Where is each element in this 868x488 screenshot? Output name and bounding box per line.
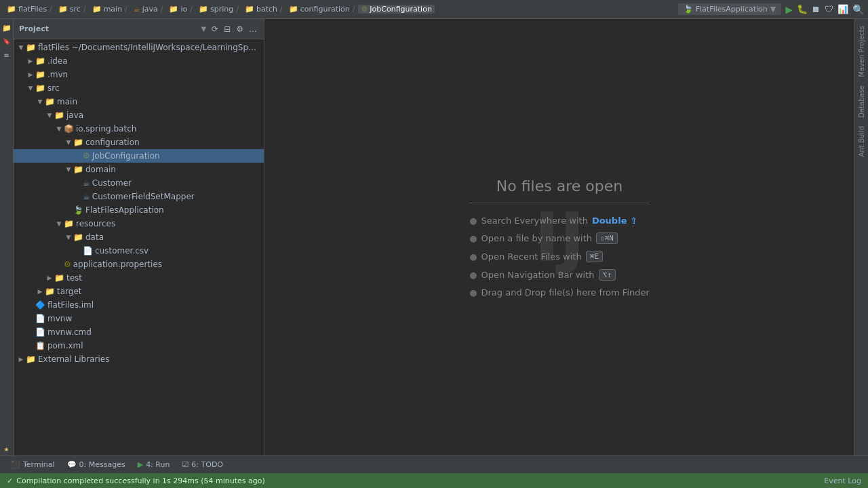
panel-header: Project ▼ ⟳ ⊟ ⚙ … [14, 19, 264, 39]
tree-icon-customer-csv: 📄 [83, 246, 93, 256]
tree-label-target: target [57, 287, 82, 296]
bottom-tab-todo[interactable]: ☑6: TODO [176, 459, 229, 470]
tree-item-io-spring-batch[interactable]: ▼📦io.spring.batch [14, 122, 264, 136]
run-config-selector[interactable]: 🍃 FlatFilesApplication ▼ [678, 3, 782, 15]
tree-item-configuration[interactable]: ▼📁configuration [14, 136, 264, 149]
tree-item-External-Libraries[interactable]: ▶📁External Libraries [14, 352, 264, 366]
stop-button[interactable]: ⏹ [812, 4, 821, 14]
tree-icon-application-properties: ⚙ [64, 260, 71, 269]
debug-button[interactable]: 🐛 [797, 4, 808, 14]
tree-item-data[interactable]: ▼📁data [14, 230, 264, 244]
tree-item-application-properties[interactable]: ⚙application.properties [14, 258, 264, 271]
breadcrumb-tabs: 📁 flatFiles / 📁 src / 📁 main / ☕ java / … [4, 5, 678, 14]
tree-item-resources[interactable]: ▼📁resources [14, 217, 264, 230]
bc-io[interactable]: 📁 io / [166, 5, 196, 14]
tree-icon-idea: 📁 [35, 56, 45, 66]
panel-collapse-button[interactable]: ⊟ [222, 24, 232, 35]
tree-item-java[interactable]: ▼📁java [14, 108, 264, 122]
profile-button[interactable]: 📊 [837, 4, 848, 14]
tree-item-pom-xml[interactable]: 📋pom.xml [14, 339, 264, 352]
no-files-title: No files are open [469, 178, 650, 203]
tree-item-Customer[interactable]: ☕Customer [14, 176, 264, 190]
search-everywhere-button[interactable]: 🔍 [852, 4, 864, 15]
tree-icon-domain: 📁 [73, 165, 83, 174]
tree-item-CustomerFieldSetMapper[interactable]: ☕CustomerFieldSetMapper [14, 190, 264, 203]
right-panel-maven[interactable]: Maven Projects [856, 22, 867, 81]
panel-settings-button[interactable]: ⚙ [235, 24, 245, 35]
tree-item-src[interactable]: ▼📁src [14, 81, 264, 95]
tree-item-customer-csv[interactable]: 📄customer.csv [14, 244, 264, 258]
bc-configuration[interactable]: 📁 configuration / [286, 5, 359, 14]
right-panel-database[interactable]: Database [856, 81, 867, 122]
bc-jobconfiguration[interactable]: ⚙ JobConfiguration [358, 5, 434, 14]
tree-item-mvnw[interactable]: 📄mvnw [14, 312, 264, 325]
tree-arrow-configuration: ▼ [64, 139, 73, 146]
tree-icon-mvnw: 📄 [35, 314, 45, 323]
tree-arrow-src: ▼ [26, 85, 35, 92]
bottom-tab-terminal[interactable]: ⬛Terminal [5, 459, 60, 470]
tree-item-idea[interactable]: ▶📁.idea [14, 54, 264, 68]
tree-label-pom-xml: pom.xml [47, 341, 83, 350]
app-icon: 🍃 [684, 5, 693, 14]
tree-icon-mvn: 📁 [35, 70, 45, 79]
bottom-tab-run[interactable]: ▶4: Run [132, 459, 176, 470]
tree-item-flatFiles-root[interactable]: ▼📁flatFiles ~/Documents/IntelliJWorkspac… [14, 41, 264, 54]
panel-dropdown-icon[interactable]: ▼ [201, 25, 206, 33]
tree-icon-test: 📁 [54, 273, 64, 283]
tree-icon-pom-xml: 📋 [35, 341, 45, 350]
sidebar-favorites-icon[interactable]: ★ [1, 443, 13, 455]
tree-arrow-idea: ▶ [26, 58, 35, 64]
hint-item-1: ●Open a file by name with ⇧⌘N [469, 232, 650, 244]
tree-arrow-target: ▶ [35, 288, 45, 295]
run-button[interactable]: ▶ [785, 4, 793, 15]
tree-item-domain[interactable]: ▼📁domain [14, 163, 264, 176]
tree-icon-resources: 📁 [64, 219, 74, 228]
tree-arrow-main: ▼ [35, 98, 45, 105]
sidebar-project-icon[interactable]: 📁 [1, 22, 13, 34]
hint-item-0: ●Search Everywhere with Double ⇧ [469, 216, 650, 226]
tree-icon-target: 📁 [45, 287, 55, 296]
tree-label-io-spring-batch: io.spring.batch [76, 124, 136, 134]
bc-java[interactable]: ☕ java / [131, 5, 167, 14]
panel-more-button[interactable]: … [248, 24, 258, 35]
hint-item-2: ●Open Recent Files with ⌘E [469, 251, 650, 262]
sidebar-structure-icon[interactable]: ≡ [1, 49, 13, 61]
bc-batch[interactable]: 📁 batch / [242, 5, 286, 14]
tree-label-main: main [57, 97, 77, 106]
tree-icon-src: 📁 [35, 83, 45, 93]
bc-src[interactable]: 📁 src / [56, 5, 90, 14]
bc-label-java: java [142, 5, 158, 14]
panel-sync-button[interactable]: ⟳ [210, 24, 220, 35]
tree-item-mvnw-cmd[interactable]: 📄mvnw.cmd [14, 325, 264, 339]
bottom-bar: ⬛Terminal💬0: Messages▶4: Run☑6: TODO [0, 455, 868, 473]
right-panel-ant[interactable]: Ant Build [856, 122, 867, 161]
tree-arrow-io-spring-batch: ▼ [54, 125, 64, 132]
tree-icon-JobConfiguration: ⚙ [83, 151, 90, 161]
tree-label-idea: .idea [47, 56, 68, 66]
tree-arrow-domain: ▼ [64, 166, 73, 173]
sidebar-bookmark-icon[interactable]: 🔖 [1, 35, 13, 47]
event-log-link[interactable]: Event Log [824, 476, 861, 485]
tree-item-JobConfiguration[interactable]: ⚙JobConfiguration [14, 149, 264, 163]
bc-spring[interactable]: 📁 spring / [196, 5, 242, 14]
tree-icon-External-Libraries: 📁 [26, 354, 36, 364]
bc-main[interactable]: 📁 main / [90, 5, 131, 14]
tree-item-main[interactable]: ▼📁main [14, 95, 264, 108]
project-panel: Project ▼ ⟳ ⊟ ⚙ … ▼📁flatFiles ~/Document… [14, 19, 264, 455]
bc-flatFiles[interactable]: 📁 flatFiles / [4, 5, 56, 14]
editor-area: IJ No files are open ●Search Everywhere … [264, 19, 854, 455]
coverage-button[interactable]: 🛡 [825, 4, 833, 14]
tree-item-target[interactable]: ▶📁target [14, 285, 264, 298]
tree-icon-java: 📁 [54, 110, 64, 120]
bc-label-flatfiles: flatFiles [18, 5, 47, 14]
folder-icon-spring: 📁 [199, 5, 208, 14]
no-files-content: No files are open ●Search Everywhere wit… [469, 178, 650, 298]
tree-item-flatFiles-iml[interactable]: 🔷flatFiles.iml [14, 298, 264, 312]
tree-label-test: test [66, 273, 82, 283]
bottom-tab-messages[interactable]: 💬0: Messages [62, 459, 131, 470]
tree-label-CustomerFieldSetMapper: CustomerFieldSetMapper [92, 192, 195, 201]
tree-item-mvn[interactable]: ▶📁.mvn [14, 68, 264, 81]
tree-item-test[interactable]: ▶📁test [14, 271, 264, 285]
tree-item-FlatFilesApplication[interactable]: 🍃FlatFilesApplication [14, 203, 264, 217]
tree-icon-flatFiles-iml: 🔷 [35, 300, 45, 310]
